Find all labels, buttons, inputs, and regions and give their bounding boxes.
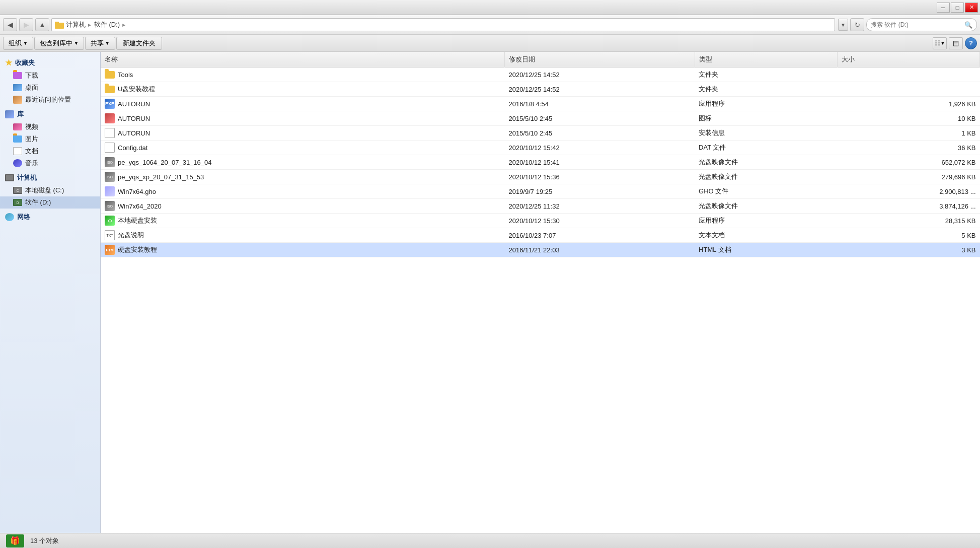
view-toggle-button[interactable]: ☷ ▼: [933, 37, 947, 49]
maximize-button[interactable]: □: [951, 3, 964, 13]
minimize-button[interactable]: ─: [937, 3, 950, 13]
file-size: 279,696 KB: [837, 170, 979, 184]
sidebar-item-images[interactable]: 图片: [0, 133, 100, 145]
file-date: 2016/10/23 7:07: [504, 228, 695, 243]
table-row[interactable]: Win7x64.gho 2019/9/7 19:25 GHO 文件 2,900,…: [101, 184, 980, 199]
sidebar-item-drive-d[interactable]: D 软件 (D:): [0, 196, 100, 209]
address-folder-icon: [55, 20, 64, 29]
table-row[interactable]: ISO pe_yqs_1064_20_07_31_16_04 2020/10/1…: [101, 155, 980, 170]
file-type-icon: [105, 128, 115, 138]
column-name[interactable]: 名称: [101, 52, 504, 67]
file-type: HTML 文档: [695, 243, 837, 257]
sidebar-computer-header[interactable]: 计算机: [0, 171, 100, 184]
file-date: 2019/9/7 19:25: [504, 184, 695, 199]
table-row[interactable]: U盘安装教程 2020/12/25 14:52 文件夹: [101, 82, 980, 97]
cmd-right: ☷ ▼ ▤ ?: [933, 37, 977, 49]
video-icon: [13, 122, 22, 131]
nav-bar: ◀ ▶ ▲ 计算机 ► 软件 (D:) ► ▼ ↻ 🔍: [0, 15, 980, 34]
file-name: AUTORUN: [118, 129, 150, 137]
up-button[interactable]: ▲: [35, 18, 49, 31]
favorites-star-icon: ★: [5, 58, 12, 67]
file-size: 652,072 KB: [837, 155, 979, 170]
file-date: 2015/5/10 2:45: [504, 126, 695, 141]
music-icon: [13, 159, 22, 168]
sidebar-item-docs[interactable]: 文档: [0, 145, 100, 157]
file-name-cell: AUTORUN: [101, 126, 504, 141]
file-table: 名称 修改日期 类型 大小 Tools 2020/12/25 14:52 文件夹: [101, 52, 980, 257]
table-row[interactable]: ⚙ 本地硬盘安装 2020/10/12 15:30 应用程序 28,315 KB: [101, 214, 980, 228]
sidebar-item-desktop[interactable]: 桌面: [0, 82, 100, 94]
sidebar-network-header[interactable]: 网络: [0, 211, 100, 224]
images-folder-icon: [13, 134, 22, 144]
sidebar-library-header[interactable]: 库: [0, 108, 100, 121]
file-name: Win7x64_2020: [118, 202, 162, 210]
include-library-arrow-icon: ▼: [74, 41, 79, 46]
sidebar-item-downloads[interactable]: 下载: [0, 70, 100, 82]
include-library-label: 包含到库中: [40, 39, 72, 48]
file-type: 光盘映像文件: [695, 199, 837, 214]
help-button[interactable]: ?: [965, 37, 977, 49]
view-arrow-icon: ▼: [941, 41, 945, 46]
file-type: 安装信息: [695, 126, 837, 141]
file-name-cell: EXE AUTORUN: [101, 97, 504, 111]
file-name-cell: U盘安装教程: [101, 82, 504, 97]
organize-button[interactable]: 组织 ▼: [3, 37, 33, 50]
drive-d-icon: D: [13, 198, 22, 207]
file-name: pe_yqs_xp_20_07_31_15_53: [118, 173, 204, 181]
search-input[interactable]: [871, 21, 962, 28]
sidebar-library-section: 库 视频 图片 文档: [0, 108, 100, 169]
sidebar-downloads-label: 下载: [25, 71, 38, 80]
include-library-button[interactable]: 包含到库中 ▼: [34, 37, 84, 50]
sidebar-item-video[interactable]: 视频: [0, 121, 100, 133]
file-name-cell: HTM 硬盘安装教程: [101, 243, 504, 257]
sidebar-computer-label: 计算机: [17, 173, 37, 182]
table-row[interactable]: AUTORUN 2015/5/10 2:45 图标 10 KB: [101, 111, 980, 126]
sidebar-item-music[interactable]: 音乐: [0, 157, 100, 169]
breadcrumb-arrow-2: ►: [121, 22, 126, 28]
table-row[interactable]: HTM 硬盘安装教程 2016/11/21 22:03 HTML 文档 3 KB: [101, 243, 980, 257]
table-row[interactable]: ISO pe_yqs_xp_20_07_31_15_53 2020/10/12 …: [101, 170, 980, 184]
breadcrumb-drive[interactable]: 软件 (D:) ►: [94, 20, 126, 29]
table-row[interactable]: Config.dat 2020/10/12 15:42 DAT 文件 36 KB: [101, 141, 980, 155]
breadcrumb-computer[interactable]: 计算机 ►: [66, 20, 92, 29]
back-button[interactable]: ◀: [3, 18, 17, 31]
file-type: 光盘映像文件: [695, 170, 837, 184]
file-type: 应用程序: [695, 97, 837, 111]
table-row[interactable]: AUTORUN 2015/5/10 2:45 安装信息 1 KB: [101, 126, 980, 141]
file-size: 5 KB: [837, 228, 979, 243]
file-type-icon: [105, 143, 115, 153]
column-type[interactable]: 类型: [695, 52, 837, 67]
table-row[interactable]: TXT 光盘说明 2016/10/23 7:07 文本文档 5 KB: [101, 228, 980, 243]
file-type-icon: HTM: [105, 245, 115, 255]
column-size[interactable]: 大小: [837, 52, 979, 67]
sidebar-item-recent[interactable]: 最近访问的位置: [0, 94, 100, 106]
sidebar-network-label: 网络: [17, 213, 30, 222]
sidebar-favorites-header[interactable]: ★ 收藏夹: [0, 56, 100, 70]
address-dropdown[interactable]: ▼: [838, 19, 848, 31]
file-type: 文件夹: [695, 67, 837, 82]
share-button[interactable]: 共享 ▼: [85, 37, 115, 50]
file-type-icon: [105, 186, 115, 196]
table-row[interactable]: Tools 2020/12/25 14:52 文件夹: [101, 67, 980, 82]
search-icon[interactable]: 🔍: [964, 21, 972, 29]
share-label: 共享: [91, 39, 104, 48]
file-date: 2016/1/8 4:54: [504, 97, 695, 111]
close-button[interactable]: ✕: [965, 3, 978, 13]
forward-button[interactable]: ▶: [19, 18, 33, 31]
sidebar-item-drive-c[interactable]: C 本地磁盘 (C:): [0, 184, 100, 196]
refresh-button[interactable]: ↻: [850, 18, 864, 31]
column-date[interactable]: 修改日期: [504, 52, 695, 67]
svg-rect-1: [55, 22, 59, 24]
file-table-body: Tools 2020/12/25 14:52 文件夹 U盘安装教程 2020/1…: [101, 67, 980, 257]
new-folder-button[interactable]: 新建文件夹: [116, 37, 162, 50]
preview-pane-button[interactable]: ▤: [949, 37, 963, 49]
file-type: GHO 文件: [695, 184, 837, 199]
file-date: 2020/12/25 14:52: [504, 82, 695, 97]
file-date: 2016/11/21 22:03: [504, 243, 695, 257]
desktop-icon: [13, 83, 22, 92]
file-name-cell: ISO pe_yqs_1064_20_07_31_16_04: [101, 155, 504, 170]
file-name: AUTORUN: [118, 115, 150, 122]
table-row[interactable]: ISO Win7x64_2020 2020/12/25 11:32 光盘映像文件…: [101, 199, 980, 214]
sidebar-computer-section: 计算机 C 本地磁盘 (C:) D 软件 (D:): [0, 171, 100, 209]
table-row[interactable]: EXE AUTORUN 2016/1/8 4:54 应用程序 1,926 KB: [101, 97, 980, 111]
